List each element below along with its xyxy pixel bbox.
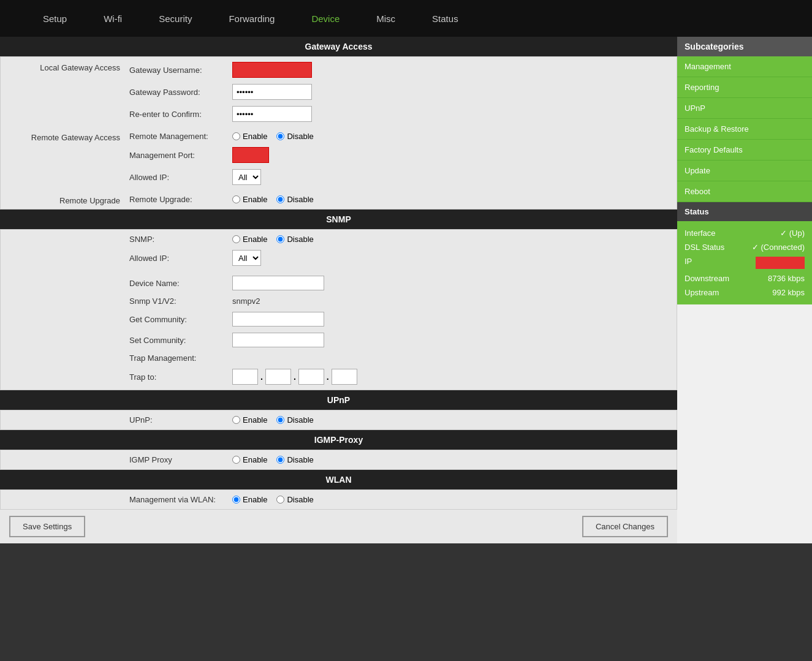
nav-security[interactable]: Security [153, 9, 198, 29]
wlan-enable-label[interactable]: Enable [232, 495, 267, 504]
igmp-disable-radio[interactable] [276, 456, 284, 464]
snmp-fields: SNMP: Enable Disable [129, 233, 670, 386]
set-community-label: Set Community: [129, 336, 227, 345]
remote-upgrade-enable-radio[interactable] [232, 195, 240, 203]
set-community-row: Set Community: [129, 331, 670, 349]
username-input[interactable] [232, 62, 312, 78]
remote-upgrade-enable-label[interactable]: Enable [232, 195, 267, 204]
sidebar-item-management[interactable]: Management [677, 56, 812, 77]
snmp-disable-radio[interactable] [276, 235, 284, 243]
allowed-ip-row: Allowed IP: All [129, 168, 670, 186]
local-gateway-fields: Gateway Username: Gateway Password: Re-e… [129, 61, 670, 123]
sidebar-item-factory-defaults[interactable]: Factory Defaults [677, 140, 812, 161]
remote-mgmt-disable-radio[interactable] [276, 132, 284, 140]
sidebar-title: Subcategories [677, 37, 812, 56]
sidebar-item-update[interactable]: Update [677, 161, 812, 181]
trap-ip-4[interactable] [332, 369, 357, 385]
upnp-disable-radio[interactable] [276, 416, 284, 424]
remote-mgmt-label: Remote Management: [129, 132, 227, 141]
sidebar-item-reboot[interactable]: Reboot [677, 181, 812, 202]
trap-ip-2[interactable] [265, 369, 291, 385]
status-dsl-row: DSL Status ✓ (Connected) [685, 240, 805, 254]
snmp-allowed-ip-row: Allowed IP: All [129, 249, 670, 267]
upnp-enable-label[interactable]: Enable [232, 415, 267, 425]
upnp-empty-label [7, 414, 129, 426]
cancel-button[interactable]: Cancel Changes [582, 516, 668, 537]
remote-mgmt-enable-radio[interactable] [232, 132, 240, 140]
snmp-v1v2-row: Snmp V1/V2: snmpv2 [129, 295, 670, 307]
snmp-disable-label[interactable]: Disable [276, 235, 313, 244]
remote-upgrade-field-label: Remote Upgrade: [129, 195, 227, 204]
sidebar-item-upnp[interactable]: UPnP [677, 98, 812, 119]
snmp-allowed-ip-select[interactable]: All [232, 250, 261, 266]
remote-mgmt-disable-label[interactable]: Disable [276, 132, 313, 141]
allowed-ip-label: Allowed IP: [129, 173, 227, 182]
upnp-panel: UPnP: Enable Disable [0, 410, 677, 430]
reenter-input[interactable] [232, 106, 312, 122]
igmp-panel: IGMP Proxy Enable Disable [0, 450, 677, 470]
wlan-panel: Management via WLAN: Enable Disable [0, 489, 677, 510]
sidebar-item-reporting[interactable]: Reporting [677, 77, 812, 98]
snmp-enable-label[interactable]: Enable [232, 235, 267, 244]
get-community-input[interactable] [232, 312, 324, 327]
sidebar-item-backup-restore[interactable]: Backup & Restore [677, 119, 812, 140]
reenter-label: Re-enter to Confirm: [129, 110, 227, 119]
gateway-access-header: Gateway Access [0, 37, 677, 56]
get-community-row: Get Community: [129, 311, 670, 328]
remote-gateway-fields: Remote Management: Enable Disable [129, 130, 670, 186]
wlan-enable-radio[interactable] [232, 496, 240, 504]
nav-misc[interactable]: Misc [370, 9, 401, 29]
sidebar: Subcategories Management Reporting UPnP … [677, 37, 812, 543]
upnp-enable-radio[interactable] [232, 416, 240, 424]
status-ip-label: IP [685, 257, 692, 269]
upnp-disable-label[interactable]: Disable [276, 415, 313, 425]
nav-setup[interactable]: Setup [37, 9, 73, 29]
wlan-disable-radio[interactable] [276, 496, 284, 504]
remote-upgrade-radio-group: Enable Disable [232, 195, 314, 204]
nav-device[interactable]: Device [305, 9, 346, 29]
snmp-allowed-ip-label: Allowed IP: [129, 254, 227, 263]
sidebar-status-title: Status [677, 202, 812, 221]
nav-wifi[interactable]: Wi-fi [97, 9, 128, 29]
wlan-fields: Management via WLAN: Enable Disable [129, 494, 670, 505]
remote-upgrade-row: Remote Upgrade: Enable Disable [129, 194, 670, 205]
status-dsl-label: DSL Status [685, 243, 724, 252]
content-area: Gateway Access Local Gateway Access Gate… [0, 37, 677, 543]
remote-mgmt-row: Remote Management: Enable Disable [129, 130, 670, 142]
wlan-disable-label[interactable]: Disable [276, 495, 313, 504]
nav-status[interactable]: Status [426, 9, 465, 29]
trap-ip-3[interactable] [298, 369, 324, 385]
igmp-disable-label[interactable]: Disable [276, 455, 313, 464]
igmp-enable-radio[interactable] [232, 456, 240, 464]
mgmt-port-input[interactable] [232, 147, 269, 163]
nav-forwarding[interactable]: Forwarding [222, 9, 281, 29]
allowed-ip-select[interactable]: All [232, 169, 261, 185]
remote-upgrade-disable-label[interactable]: Disable [276, 195, 313, 204]
trap-ip-1[interactable] [232, 369, 258, 385]
upnp-header: UPnP [0, 390, 677, 410]
snmp-panel: SNMP: Enable Disable [0, 229, 677, 390]
igmp-header: IGMP-Proxy [0, 430, 677, 450]
reenter-row: Re-enter to Confirm: [129, 105, 670, 123]
igmp-radio-group: Enable Disable [232, 455, 314, 464]
upnp-fields: UPnP: Enable Disable [129, 414, 670, 426]
snmp-v1v2-value: snmpv2 [232, 297, 260, 306]
local-gateway-panel: Local Gateway Access Gateway Username: G… [0, 56, 677, 210]
igmp-label: IGMP Proxy [129, 455, 227, 464]
remote-mgmt-enable-label[interactable]: Enable [232, 132, 267, 141]
status-upstream-value: 992 kbps [772, 288, 805, 297]
remote-gateway-label: Remote Gateway Access [7, 130, 129, 186]
status-downstream-label: Downstream [685, 274, 729, 283]
password-input[interactable] [232, 84, 312, 100]
device-name-input[interactable] [232, 276, 324, 290]
snmp-enable-radio[interactable] [232, 235, 240, 243]
set-community-input[interactable] [232, 333, 324, 347]
save-button[interactable]: Save Settings [9, 516, 85, 537]
wlan-label: Management via WLAN: [129, 495, 227, 504]
get-community-label: Get Community: [129, 315, 227, 324]
remote-upgrade-disable-radio[interactable] [276, 195, 284, 203]
top-navigation: Setup Wi-fi Security Forwarding Device M… [0, 0, 812, 37]
igmp-enable-label[interactable]: Enable [232, 455, 267, 464]
snmp-v1v2-label: Snmp V1/V2: [129, 297, 227, 306]
status-table: Interface ✓ (Up) DSL Status ✓ (Connected… [677, 221, 812, 304]
